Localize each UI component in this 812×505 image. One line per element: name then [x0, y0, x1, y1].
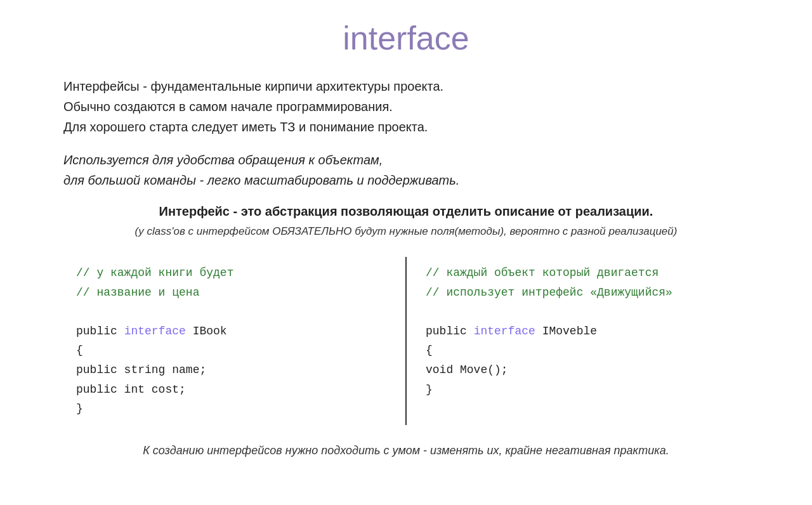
right-comment2: // использует интрефейс «Движущийся» [426, 283, 736, 303]
page-title: interface [38, 13, 774, 57]
left-brace-open: { [76, 341, 386, 360]
right-method: void Move(); [426, 360, 736, 380]
left-brace-close: } [76, 399, 386, 419]
left-comment2: // название и цена [76, 283, 386, 303]
italic-line1: Используется для удобства обращения к об… [63, 153, 383, 167]
right-comment1: // каждый объект который двигается [426, 263, 736, 283]
italic-block: Используется для удобства обращения к об… [63, 150, 774, 190]
left-interface-decl: public interface IBook [76, 322, 386, 341]
code-column-left: // у каждой книги будет // название и це… [57, 257, 407, 425]
left-interface-kw: interface [124, 325, 186, 338]
right-brace-close: } [426, 380, 736, 400]
left-ibook: IBook [193, 325, 227, 338]
right-public-kw: public [426, 325, 467, 338]
left-public-kw: public [76, 325, 117, 338]
intro-line2: Обычно создаются в самом начале программ… [63, 100, 393, 114]
right-interface-kw: interface [474, 325, 535, 338]
left-field1: public string name; [76, 360, 386, 380]
definition-text: Интерфейс - это абстракция позволяющая о… [38, 204, 774, 219]
left-field2: public int cost; [76, 380, 386, 400]
footer-text: К созданию интерфейсов нужно подходить с… [38, 444, 774, 457]
code-section: // у каждой книги будет // название и це… [57, 257, 755, 425]
right-interface-decl: public interface IMoveble [426, 322, 736, 341]
italic-line2: для большой команды - легко масштабирова… [63, 173, 459, 187]
right-imoveble: IMoveble [542, 325, 597, 338]
right-brace-open: { [426, 341, 736, 360]
left-comment1: // у каждой книги будет [76, 263, 386, 283]
intro-block: Интерфейсы - фундаментальные кирпичи арх… [63, 76, 774, 137]
intro-line1: Интерфейсы - фундаментальные кирпичи арх… [63, 79, 443, 93]
code-column-right: // каждый объект который двигается // ис… [407, 257, 755, 425]
class-note-text: (у class'ов с интерфейсом ОБЯЗАТЕЛЬНО бу… [38, 225, 774, 238]
intro-line3: Для хорошего старта следует иметь ТЗ и п… [63, 120, 428, 134]
